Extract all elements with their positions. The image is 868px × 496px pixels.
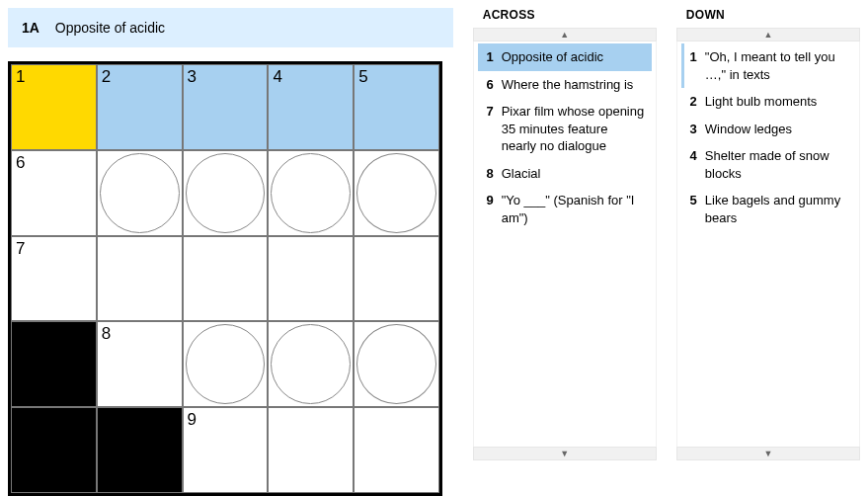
cell[interactable]: 8 [97, 321, 183, 407]
clue-number: 9 [478, 192, 502, 226]
cell[interactable]: 1 [11, 64, 97, 150]
clue-item[interactable]: 4Shelter made of snow blocks [681, 142, 855, 187]
cell[interactable] [268, 321, 354, 407]
crossword-layout: 1A Opposite of acidic 123456789 ACROSS ▲… [8, 8, 860, 496]
clue-number: 4 [681, 147, 705, 182]
cell-circle [356, 324, 436, 404]
clue-text: Like bagels and gummy bears [705, 192, 849, 226]
current-clue-text: Opposite of acidic [55, 20, 165, 36]
cell[interactable] [183, 150, 269, 236]
across-column: ACROSS ▲ 1Opposite of acidic6Where the h… [473, 8, 657, 460]
cell[interactable] [268, 150, 354, 236]
cell[interactable] [97, 236, 183, 322]
cell[interactable] [268, 407, 354, 493]
current-clue-bar[interactable]: 1A Opposite of acidic [8, 8, 453, 47]
clue-item[interactable]: 6Where the hamstring is [478, 71, 652, 99]
scroll-up-button[interactable]: ▲ [676, 28, 860, 41]
clue-text: Window ledges [705, 121, 849, 138]
cell-number: 2 [102, 67, 111, 87]
cell[interactable] [183, 236, 269, 322]
cell-number: 7 [16, 239, 25, 259]
clue-item[interactable]: 5Like bagels and gummy bears [681, 187, 855, 231]
scroll-down-button[interactable]: ▼ [473, 447, 657, 460]
cell[interactable] [354, 321, 439, 407]
clue-item[interactable]: 1"Oh, I meant to tell you …," in texts [681, 43, 855, 88]
clue-number: 1 [478, 48, 502, 66]
cell[interactable]: 9 [183, 407, 269, 493]
cell-number: 9 [188, 410, 197, 430]
cell[interactable]: 5 [354, 64, 439, 150]
clue-number: 7 [478, 103, 502, 155]
cell-circle [271, 324, 351, 404]
cell-circle [356, 153, 436, 233]
clue-text: Pixar film whose opening 35 minutes feat… [502, 103, 646, 155]
clue-item[interactable]: 1Opposite of acidic [478, 43, 652, 71]
scroll-down-button[interactable]: ▼ [676, 447, 860, 460]
clue-number: 2 [681, 93, 705, 111]
clue-text: Light bulb moments [705, 93, 849, 111]
clue-item[interactable]: 9"Yo ___" (Spanish for "I am") [478, 187, 652, 231]
clue-number: 5 [681, 192, 705, 226]
cell[interactable] [354, 150, 439, 236]
cell-number: 4 [273, 67, 281, 87]
cell[interactable] [97, 150, 183, 236]
cell-black [97, 407, 183, 493]
clue-number: 3 [681, 121, 705, 138]
crossword-grid[interactable]: 123456789 [8, 61, 442, 496]
cell-number: 5 [358, 67, 367, 87]
across-heading: ACROSS [473, 8, 657, 22]
clue-text: Where the hamstring is [502, 76, 646, 94]
cell[interactable]: 6 [11, 150, 97, 236]
cell[interactable]: 3 [183, 64, 269, 150]
cell[interactable]: 4 [268, 64, 354, 150]
cell-circle [186, 324, 266, 404]
clue-text: "Yo ___" (Spanish for "I am") [502, 192, 646, 226]
cell-black [11, 321, 97, 407]
down-heading: DOWN [676, 8, 860, 22]
clue-text: Opposite of acidic [502, 48, 646, 66]
clue-item[interactable]: 3Window ledges [681, 116, 855, 143]
scroll-up-button[interactable]: ▲ [473, 28, 657, 41]
clue-item[interactable]: 8Glacial [478, 160, 652, 188]
left-panel: 1A Opposite of acidic 123456789 [8, 8, 453, 496]
cell-number: 6 [16, 153, 25, 173]
cell-number: 8 [102, 324, 111, 344]
clue-number: 1 [684, 48, 705, 83]
clue-number: 6 [478, 76, 502, 94]
cell-number: 1 [16, 67, 25, 87]
cell[interactable] [183, 321, 269, 407]
clue-number: 8 [478, 165, 502, 183]
cell-black [11, 407, 97, 493]
clue-item[interactable]: 7Pixar film whose opening 35 minutes fea… [478, 98, 652, 160]
cell[interactable] [354, 236, 439, 322]
cell-circle [100, 153, 180, 233]
cell[interactable]: 2 [97, 64, 183, 150]
cell[interactable] [268, 236, 354, 322]
down-column: DOWN ▲ 1"Oh, I meant to tell you …," in … [676, 8, 860, 460]
clue-text: "Oh, I meant to tell you …," in texts [705, 48, 849, 83]
cell-number: 3 [188, 67, 197, 87]
down-clue-list: 1"Oh, I meant to tell you …," in texts2L… [676, 41, 860, 447]
cell[interactable] [354, 407, 439, 493]
across-clue-list: 1Opposite of acidic6Where the hamstring … [473, 41, 657, 447]
cell[interactable]: 7 [11, 236, 97, 322]
clue-text: Glacial [502, 165, 646, 183]
cell-circle [186, 153, 266, 233]
cell-circle [271, 153, 351, 233]
clue-item[interactable]: 2Light bulb moments [681, 88, 855, 116]
clue-text: Shelter made of snow blocks [705, 147, 849, 182]
current-clue-number: 1A [22, 20, 39, 36]
